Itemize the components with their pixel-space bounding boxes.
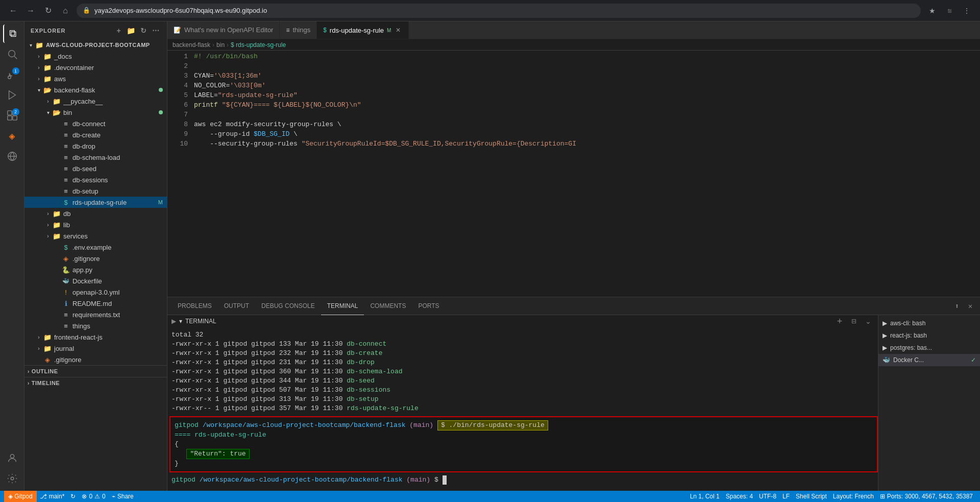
sidebar-item-db-seed[interactable]: ≡ db-seed	[24, 163, 167, 174]
refresh-button[interactable]: ↻	[41, 4, 55, 18]
services-label: services	[63, 232, 163, 240]
sidebar-item-backend-flask[interactable]: ▾ 📂 backend-flask	[24, 84, 167, 95]
sidebar-item-aws[interactable]: › 📁 aws	[24, 73, 167, 84]
terminal-output[interactable]: total 32 -rwxr-xr-x 1 gitpod gitpod 133 …	[167, 327, 878, 491]
terminal-split-button[interactable]: ⊟	[848, 316, 860, 327]
tab-whats-new[interactable]: 📝 What's new in OpenAPI Editor	[167, 21, 280, 39]
gitpod-activity-icon[interactable]: ◈	[3, 127, 21, 145]
panel-tab-ports[interactable]: PORTS	[412, 297, 445, 315]
explorer-activity-icon[interactable]: ⧉	[3, 25, 21, 43]
browser-address-bar[interactable]: 🔒 yaya2devops-awscloudpro-6su07hbqaiq.ws…	[77, 4, 921, 18]
sidebar-item-db[interactable]: › 📁 db	[24, 208, 167, 219]
sidebar-item-docs[interactable]: › 📁 _docs	[24, 51, 167, 62]
sidebar-item-gitignore-bf[interactable]: ◈ .gitignore	[24, 253, 167, 264]
sidebar-item-db-setup[interactable]: ≡ db-setup	[24, 185, 167, 197]
terminal-session-react-js[interactable]: ▶ react-js: bash	[878, 329, 980, 342]
sidebar-item-devcontainer[interactable]: › 📁 .devcontainer	[24, 62, 167, 73]
search-activity-icon[interactable]	[3, 45, 21, 63]
new-file-button[interactable]: +	[114, 26, 124, 36]
forward-button[interactable]: →	[23, 4, 38, 18]
accounts-activity-icon[interactable]	[3, 449, 21, 467]
home-button[interactable]: ⌂	[58, 4, 72, 18]
extensions-activity-icon[interactable]: 2	[3, 106, 21, 125]
spaces-status-item[interactable]: Spaces: 4	[723, 491, 756, 502]
sidebar-item-db-connect[interactable]: ≡ db-connect	[24, 118, 167, 129]
terminal-session-aws-cli[interactable]: ▶ aws-cli: bash	[878, 317, 980, 329]
sidebar-item-db-drop[interactable]: ≡ db-drop	[24, 140, 167, 152]
source-control-activity-icon[interactable]: 1	[3, 65, 21, 84]
breadcrumb-item-file[interactable]: $ rds-update-sg-rule	[231, 41, 286, 49]
code-editor[interactable]: 1 2 3 4 5 6 7 8 9 10 #! /usr/bin/bash CY…	[167, 51, 980, 297]
sidebar-item-lib[interactable]: › 📁 lib	[24, 219, 167, 230]
language-status-item[interactable]: Shell Script	[793, 491, 830, 502]
sidebar-item-rds-update-sg-rule[interactable]: $ rds-update-sg-rule M	[24, 197, 167, 208]
panel-tab-problems[interactable]: PROBLEMS	[172, 297, 218, 315]
sync-status-item[interactable]: ↻	[67, 491, 79, 502]
position-status-item[interactable]: Ln 1, Col 1	[687, 491, 723, 502]
timeline-header[interactable]: › TIMELINE	[24, 377, 167, 389]
refresh-explorer-button[interactable]: ↻	[138, 26, 149, 36]
terminal-session-postgres[interactable]: ▶ postgres: bas...	[878, 342, 980, 354]
errors-status-item[interactable]: ⊗ 0 ⚠ 0	[79, 491, 108, 502]
sidebar-item-dockerfile[interactable]: 🐳 Dockerfile	[24, 275, 167, 286]
app-py-label: app.py	[72, 266, 163, 274]
encoding-status-item[interactable]: UTF-8	[756, 491, 779, 502]
sidebar-item-journal[interactable]: › 📁 journal	[24, 343, 167, 354]
terminal-session-docker[interactable]: 🐳 Docker C... ✓	[878, 354, 980, 366]
terminal-file-8: -rwxr-xr-- 1 gitpod gitpod 357 Mar 19 11…	[172, 404, 878, 413]
remote-activity-icon[interactable]	[3, 147, 21, 165]
panel-tab-debug-console[interactable]: DEBUG CONSOLE	[255, 297, 321, 315]
sidebar-item-app-py[interactable]: 🐍 app.py	[24, 264, 167, 275]
tab-things[interactable]: ≡ things	[280, 21, 317, 39]
share-status-item[interactable]: ⌁ Share	[109, 491, 137, 502]
chevron-down-icon: ▾	[35, 86, 43, 94]
eol-status-item[interactable]: LF	[779, 491, 793, 502]
extensions-browser-icon[interactable]: ◾	[942, 4, 957, 18]
layout-status-item[interactable]: Layout: French	[830, 491, 877, 502]
sidebar-item-frontend[interactable]: › 📁 frontend-react-js	[24, 331, 167, 343]
lib-label: lib	[63, 221, 163, 229]
terminal-dropdown-button[interactable]: ⌄	[863, 316, 874, 327]
sidebar-item-db-schema-load[interactable]: ≡ db-schema-load	[24, 152, 167, 163]
outline-header[interactable]: › OUTLINE	[24, 366, 167, 377]
code-content[interactable]: #! /usr/bin/bash CYAN='\033[1;36m' NO_CO…	[192, 51, 980, 297]
panel-tab-output[interactable]: OUTPUT	[218, 297, 255, 315]
breadcrumb-item-bin[interactable]: bin	[216, 41, 225, 49]
new-folder-button[interactable]: 📁	[126, 26, 136, 36]
terminal-json-close: }	[175, 459, 873, 468]
sidebar-item-services[interactable]: › 📁 services	[24, 230, 167, 242]
branch-status-item[interactable]: ⎇ main*	[37, 491, 68, 502]
breadcrumb-item-backend[interactable]: backend-flask	[173, 41, 210, 49]
settings-activity-icon[interactable]	[3, 469, 21, 488]
maximize-panel-button[interactable]: ⬆	[951, 300, 963, 312]
sidebar-item-readme[interactable]: ℹ README.md	[24, 298, 167, 309]
db-create-label: db-create	[72, 131, 163, 139]
sidebar: EXPLORER + 📁 ↻ ⋯ ▾ 📁 AWS-CLOUD-PROJECT-B…	[24, 21, 167, 491]
tab-close-button[interactable]: ✕	[394, 26, 402, 34]
sidebar-item-root[interactable]: ▾ 📁 AWS-CLOUD-PROJECT-BOOTCAMP	[24, 39, 167, 51]
back-button[interactable]: ←	[6, 4, 20, 18]
bin-label: bin	[63, 109, 157, 116]
sidebar-item-db-sessions[interactable]: ≡ db-sessions	[24, 174, 167, 185]
panel: PROBLEMS OUTPUT DEBUG CONSOLE TERMINAL C…	[167, 297, 980, 491]
env-example-label: .env.example	[72, 244, 163, 251]
menu-browser-icon[interactable]: ⋮	[960, 4, 974, 18]
tab-rds-update[interactable]: $ rds-update-sg-rule M ✕	[317, 21, 409, 39]
sidebar-item-env-example[interactable]: $ .env.example	[24, 242, 167, 253]
ports-status-item[interactable]: ⊞ Ports: 3000, 4567, 5432, 35387	[877, 491, 976, 502]
sidebar-item-things[interactable]: ≡ things	[24, 320, 167, 331]
close-panel-button[interactable]: ✕	[965, 300, 976, 312]
sidebar-item-requirements[interactable]: ≡ requirements.txt	[24, 309, 167, 320]
sidebar-item-pycache[interactable]: › 📁 __pycache__	[24, 95, 167, 107]
bookmark-icon[interactable]: ★	[925, 4, 939, 18]
sidebar-item-bin[interactable]: ▾ 📂 bin	[24, 107, 167, 118]
sidebar-item-gitignore-root[interactable]: ◈ .gitignore	[24, 354, 167, 365]
new-terminal-button[interactable]: +	[834, 316, 845, 327]
panel-tab-terminal[interactable]: TERMINAL	[321, 297, 364, 315]
sidebar-item-db-create[interactable]: ≡ db-create	[24, 129, 167, 140]
sidebar-item-openapi[interactable]: ! openapi-3.0.yml	[24, 286, 167, 298]
gitpod-status-item[interactable]: ◈ Gitpod	[4, 491, 37, 502]
run-activity-icon[interactable]	[3, 86, 21, 104]
collapse-all-button[interactable]: ⋯	[151, 26, 161, 36]
panel-tab-comments[interactable]: COMMENTS	[364, 297, 412, 315]
